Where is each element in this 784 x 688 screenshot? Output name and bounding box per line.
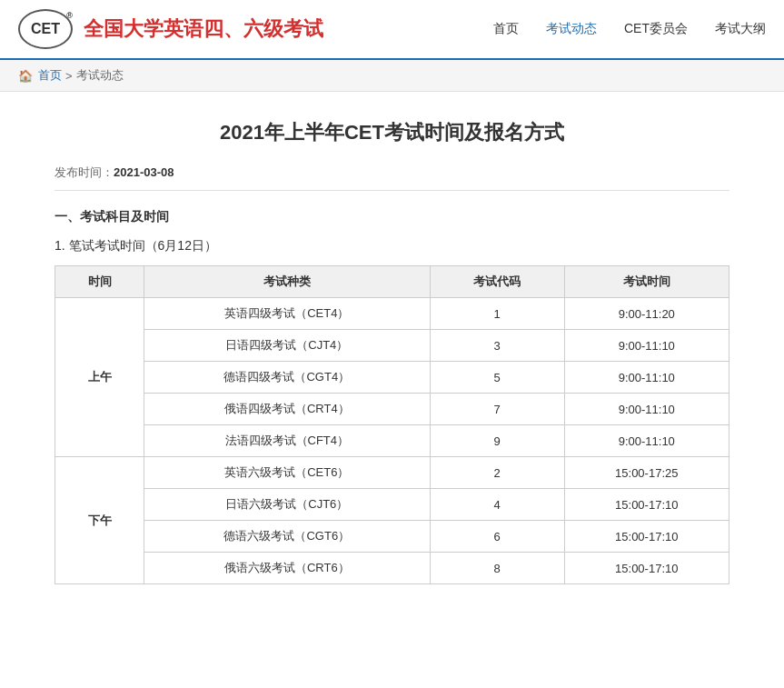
site-title: 全国大学英语四、六级考试 bbox=[84, 15, 323, 43]
exam-code: 5 bbox=[430, 362, 564, 394]
exam-name: 德语六级考试（CGT6） bbox=[144, 521, 431, 553]
table-header: 时间 考试种类 考试代码 考试时间 bbox=[55, 266, 729, 298]
exam-name: 英语六级考试（CET6） bbox=[144, 457, 431, 489]
table-row: 日语六级考试（CJT6） 4 15:00-17:10 bbox=[55, 489, 729, 521]
cet-logo: CET bbox=[18, 9, 73, 49]
table-row: 法语四级考试（CFT4） 9 9:00-11:10 bbox=[55, 425, 729, 457]
table-row: 德语四级考试（CGT4） 5 9:00-11:10 bbox=[55, 362, 729, 394]
exam-name: 俄语四级考试（CRT4） bbox=[144, 394, 431, 425]
col-code: 考试代码 bbox=[430, 266, 564, 298]
nav-exam-news[interactable]: 考试动态 bbox=[546, 21, 597, 37]
exam-code: 2 bbox=[430, 457, 564, 489]
exam-period: 15:00-17:10 bbox=[564, 553, 729, 584]
home-icon: 🏠 bbox=[18, 69, 33, 83]
exam-code: 6 bbox=[430, 521, 564, 553]
main-nav: 首页 考试动态 CET委员会 考试大纲 bbox=[493, 21, 766, 37]
exam-period: 9:00-11:10 bbox=[564, 330, 729, 362]
logo-text: CET bbox=[31, 21, 60, 37]
exam-code: 8 bbox=[430, 553, 564, 584]
exam-period: 9:00-11:20 bbox=[564, 298, 729, 330]
table-row: 下午 英语六级考试（CET6） 2 15:00-17:25 bbox=[55, 457, 729, 489]
time-afternoon: 下午 bbox=[55, 457, 144, 584]
breadcrumb-separator: > bbox=[65, 69, 73, 83]
publish-time: 发布时间：2021-03-08 bbox=[55, 165, 729, 191]
publish-label: 发布时间： bbox=[55, 165, 114, 179]
exam-name: 日语四级考试（CJT4） bbox=[144, 330, 431, 362]
nav-home[interactable]: 首页 bbox=[493, 21, 519, 37]
table-row: 上午 英语四级考试（CET4） 1 9:00-11:20 bbox=[55, 298, 729, 330]
table-row: 德语六级考试（CGT6） 6 15:00-17:10 bbox=[55, 521, 729, 553]
table-body: 上午 英语四级考试（CET4） 1 9:00-11:20 日语四级考试（CJT4… bbox=[55, 298, 729, 584]
exam-name: 英语四级考试（CET4） bbox=[144, 298, 431, 330]
breadcrumb: 🏠 首页 > 考试动态 bbox=[0, 60, 784, 92]
table-row: 俄语六级考试（CRT6） 8 15:00-17:10 bbox=[55, 553, 729, 584]
exam-code: 1 bbox=[430, 298, 564, 330]
col-time: 时间 bbox=[55, 266, 144, 298]
exam-code: 4 bbox=[430, 489, 564, 521]
exam-period: 9:00-11:10 bbox=[564, 394, 729, 425]
header-left: CET 全国大学英语四、六级考试 bbox=[18, 9, 323, 49]
nav-syllabus[interactable]: 考试大纲 bbox=[715, 21, 766, 37]
exam-name: 日语六级考试（CJT6） bbox=[144, 489, 431, 521]
exam-period: 15:00-17:10 bbox=[564, 521, 729, 553]
exam-table: 时间 考试种类 考试代码 考试时间 上午 英语四级考试（CET4） 1 9:00… bbox=[55, 265, 729, 584]
breadcrumb-current: 考试动态 bbox=[76, 67, 124, 84]
col-period: 考试时间 bbox=[564, 266, 729, 298]
article-title: 2021年上半年CET考试时间及报名方式 bbox=[55, 119, 729, 146]
exam-period: 9:00-11:10 bbox=[564, 425, 729, 457]
exam-code: 9 bbox=[430, 425, 564, 457]
publish-date: 2021-03-08 bbox=[114, 165, 174, 179]
table-row: 日语四级考试（CJT4） 3 9:00-11:10 bbox=[55, 330, 729, 362]
col-type: 考试种类 bbox=[144, 266, 431, 298]
time-morning: 上午 bbox=[55, 298, 144, 457]
exam-period: 9:00-11:10 bbox=[564, 362, 729, 394]
exam-name: 德语四级考试（CGT4） bbox=[144, 362, 431, 394]
section1-heading: 一、考试科目及时间 bbox=[55, 209, 729, 225]
exam-name: 法语四级考试（CFT4） bbox=[144, 425, 431, 457]
main-content: 2021年上半年CET考试时间及报名方式 发布时间：2021-03-08 一、考… bbox=[0, 92, 784, 630]
exam-period: 15:00-17:10 bbox=[564, 489, 729, 521]
breadcrumb-home-link[interactable]: 首页 bbox=[38, 67, 62, 84]
exam-period: 15:00-17:25 bbox=[564, 457, 729, 489]
exam-code: 3 bbox=[430, 330, 564, 362]
site-header: CET 全国大学英语四、六级考试 首页 考试动态 CET委员会 考试大纲 bbox=[0, 0, 784, 60]
exam-name: 俄语六级考试（CRT6） bbox=[144, 553, 431, 584]
nav-committee[interactable]: CET委员会 bbox=[624, 21, 688, 37]
sub-heading: 1. 笔试考试时间（6月12日） bbox=[55, 238, 729, 254]
exam-code: 7 bbox=[430, 394, 564, 425]
table-row: 俄语四级考试（CRT4） 7 9:00-11:10 bbox=[55, 394, 729, 425]
